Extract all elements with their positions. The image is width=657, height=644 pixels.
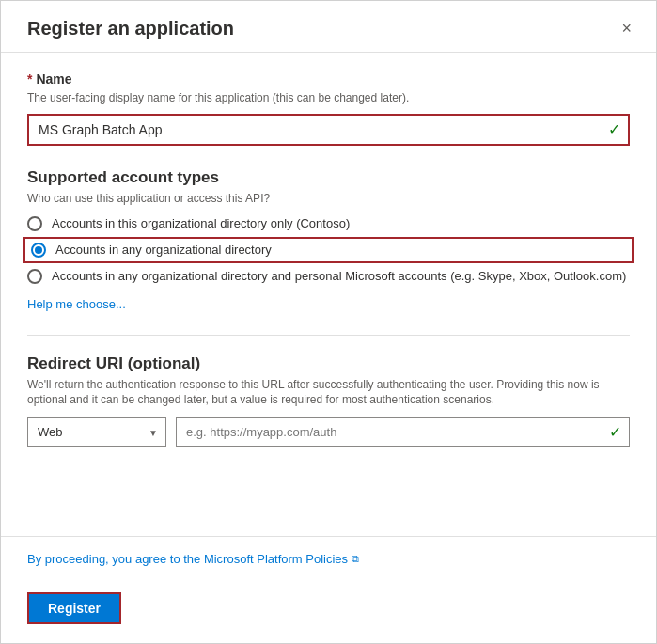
redirect-uri-input-wrapper: ✓	[176, 417, 630, 447]
account-types-title: Supported account types	[27, 168, 630, 187]
redirect-uri-input[interactable]	[177, 418, 629, 446]
required-star: *	[27, 71, 32, 86]
radio-option-1[interactable]	[27, 216, 42, 231]
dialog-content: *Name The user-facing display name for t…	[1, 53, 656, 536]
help-me-choose-link[interactable]: Help me choose...	[27, 297, 126, 311]
name-label: *Name	[27, 71, 630, 86]
name-input[interactable]	[29, 116, 628, 144]
redirect-uri-description: We'll return the authentication response…	[27, 377, 630, 409]
account-type-radio-group: Accounts in this organizational director…	[27, 216, 630, 284]
redirect-type-select-wrapper: Web SPA Public client/native ▼	[27, 417, 166, 447]
name-section: *Name The user-facing display name for t…	[27, 71, 630, 146]
dialog-title: Register an application	[27, 18, 234, 39]
account-type-option-2[interactable]: Accounts in any organizational directory	[27, 241, 630, 259]
policy-link[interactable]: By proceeding, you agree to the Microsof…	[27, 552, 359, 566]
close-button[interactable]: ×	[616, 16, 637, 40]
account-type-option-3[interactable]: Accounts in any organizational directory…	[27, 269, 630, 284]
uri-check-icon: ✓	[609, 423, 621, 441]
register-button[interactable]: Register	[27, 592, 121, 624]
name-check-icon: ✓	[608, 120, 620, 138]
dialog-footer: By proceeding, you agree to the Microsof…	[1, 536, 656, 643]
radio-option-3[interactable]	[27, 269, 42, 284]
redirect-uri-section: Redirect URI (optional) We'll return the…	[27, 354, 630, 448]
radio-option-2[interactable]	[31, 243, 46, 258]
account-types-description: Who can use this application or access t…	[27, 191, 630, 207]
section-divider	[27, 335, 630, 336]
external-link-icon: ⧉	[352, 553, 359, 565]
redirect-uri-title: Redirect URI (optional)	[27, 354, 630, 373]
account-type-option-1[interactable]: Accounts in this organizational director…	[27, 216, 630, 231]
redirect-uri-row: Web SPA Public client/native ▼ ✓	[27, 417, 630, 447]
dialog-header: Register an application ×	[1, 1, 656, 53]
radio-label-3: Accounts in any organizational directory…	[52, 269, 626, 283]
name-description: The user-facing display name for this ap…	[27, 90, 630, 106]
radio-label-1: Accounts in this organizational director…	[52, 216, 350, 230]
radio-label-2: Accounts in any organizational directory	[55, 243, 272, 257]
redirect-type-select[interactable]: Web SPA Public client/native	[28, 418, 165, 446]
name-input-wrapper: ✓	[27, 114, 630, 146]
register-application-dialog: Register an application × *Name The user…	[0, 0, 657, 644]
policy-text: By proceeding, you agree to the Microsof…	[27, 552, 348, 566]
account-types-section: Supported account types Who can use this…	[27, 168, 630, 312]
